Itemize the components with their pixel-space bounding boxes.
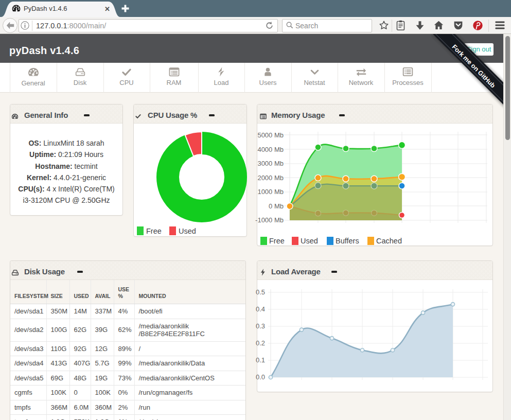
svg-text:0.4: 0.4 [256,305,265,313]
svg-text:4000 Mb: 4000 Mb [257,146,284,153]
svg-text:5000 Mb: 5000 Mb [257,131,284,139]
svg-text:Buffers: Buffers [336,237,359,245]
svg-text:2000 Mb: 2000 Mb [257,174,284,182]
svg-text:Used: Used [301,237,318,245]
svg-text:0.5: 0.5 [256,288,265,296]
svg-text:Used: Used [179,227,196,235]
svg-text:Fork me on GitHub: Fork me on GitHub [451,43,497,90]
svg-text:0 Mb: 0 Mb [269,202,284,210]
svg-text:0.3: 0.3 [256,322,265,330]
svg-text:0.1: 0.1 [256,356,265,364]
svg-text:0.0: 0.0 [256,373,265,381]
svg-text:Free: Free [146,227,162,235]
svg-text:Free: Free [269,237,285,245]
svg-text:0.2: 0.2 [256,339,265,347]
svg-text:Cached: Cached [376,237,402,245]
svg-text:-1000 Mb: -1000 Mb [255,216,284,224]
svg-text:3000 Mb: 3000 Mb [257,160,284,167]
svg-text:1000 Mb: 1000 Mb [257,188,284,196]
